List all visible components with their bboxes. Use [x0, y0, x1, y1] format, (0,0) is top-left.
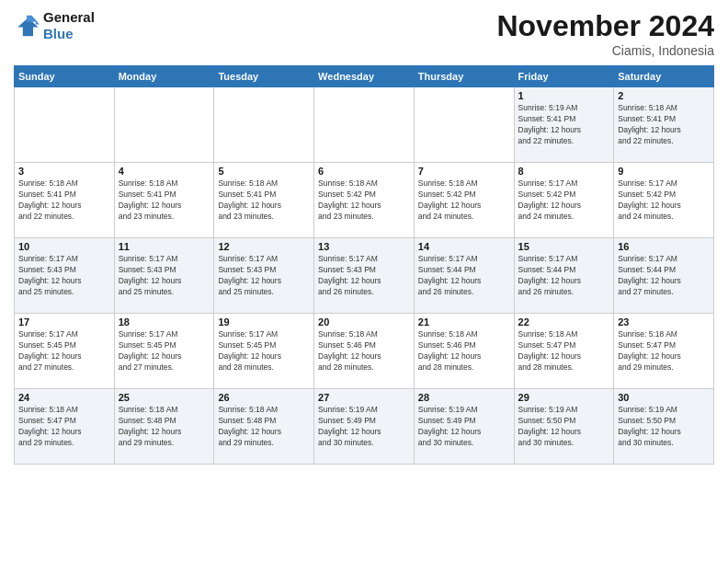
col-wednesday: Wednesday — [314, 66, 415, 87]
calendar-cell — [114, 87, 214, 163]
calendar-cell: 15Sunrise: 5:17 AMSunset: 5:44 PMDayligh… — [514, 238, 614, 314]
day-number: 7 — [418, 166, 510, 177]
calendar-cell: 13Sunrise: 5:17 AMSunset: 5:43 PMDayligh… — [314, 238, 415, 314]
calendar-cell: 25Sunrise: 5:18 AMSunset: 5:48 PMDayligh… — [114, 389, 214, 465]
day-number: 28 — [418, 392, 510, 403]
calendar-cell: 28Sunrise: 5:19 AMSunset: 5:49 PMDayligh… — [414, 389, 514, 465]
calendar-header: Sunday Monday Tuesday Wednesday Thursday… — [15, 66, 714, 87]
week-row-1: 1Sunrise: 5:19 AMSunset: 5:41 PMDaylight… — [15, 87, 714, 163]
day-info: Sunrise: 5:19 AMSunset: 5:41 PMDaylight:… — [518, 103, 610, 147]
day-info: Sunrise: 5:18 AMSunset: 5:41 PMDaylight:… — [618, 103, 710, 147]
subtitle: Ciamis, Indonesia — [496, 43, 714, 58]
day-info: Sunrise: 5:18 AMSunset: 5:41 PMDaylight:… — [18, 178, 110, 223]
day-number: 26 — [218, 392, 310, 403]
day-info: Sunrise: 5:18 AMSunset: 5:47 PMDaylight:… — [518, 329, 610, 373]
day-number: 3 — [18, 166, 110, 177]
day-info: Sunrise: 5:17 AMSunset: 5:43 PMDaylight:… — [119, 254, 210, 298]
title-block: November 2024 Ciamis, Indonesia — [496, 9, 714, 58]
day-info: Sunrise: 5:19 AMSunset: 5:50 PMDaylight:… — [518, 405, 610, 449]
day-number: 19 — [218, 316, 310, 327]
logo-icon — [14, 13, 40, 39]
day-number: 4 — [119, 166, 210, 177]
calendar-cell: 9Sunrise: 5:17 AMSunset: 5:42 PMDaylight… — [614, 163, 714, 238]
day-info: Sunrise: 5:17 AMSunset: 5:44 PMDaylight:… — [418, 254, 510, 298]
day-info: Sunrise: 5:18 AMSunset: 5:46 PMDaylight:… — [418, 329, 510, 373]
col-tuesday: Tuesday — [214, 66, 314, 87]
calendar-cell: 12Sunrise: 5:17 AMSunset: 5:43 PMDayligh… — [214, 238, 314, 314]
month-title: November 2024 — [496, 9, 714, 43]
calendar-cell — [214, 87, 314, 163]
calendar-cell — [414, 87, 514, 163]
day-info: Sunrise: 5:17 AMSunset: 5:45 PMDaylight:… — [218, 329, 310, 373]
day-number: 2 — [618, 90, 710, 101]
week-row-3: 10Sunrise: 5:17 AMSunset: 5:43 PMDayligh… — [15, 238, 714, 314]
day-number: 16 — [618, 241, 710, 252]
calendar-cell: 20Sunrise: 5:18 AMSunset: 5:46 PMDayligh… — [314, 314, 415, 389]
day-number: 20 — [318, 316, 410, 327]
day-number: 10 — [18, 241, 110, 252]
day-info: Sunrise: 5:17 AMSunset: 5:45 PMDaylight:… — [18, 329, 110, 373]
calendar-cell: 14Sunrise: 5:17 AMSunset: 5:44 PMDayligh… — [414, 238, 514, 314]
day-info: Sunrise: 5:17 AMSunset: 5:43 PMDaylight:… — [18, 254, 110, 298]
day-number: 18 — [119, 316, 210, 327]
col-monday: Monday — [114, 66, 214, 87]
calendar-cell: 6Sunrise: 5:18 AMSunset: 5:42 PMDaylight… — [314, 163, 415, 238]
calendar-cell: 4Sunrise: 5:18 AMSunset: 5:41 PMDaylight… — [114, 163, 214, 238]
calendar-cell: 23Sunrise: 5:18 AMSunset: 5:47 PMDayligh… — [614, 314, 714, 389]
day-number: 23 — [618, 316, 710, 327]
week-row-2: 3Sunrise: 5:18 AMSunset: 5:41 PMDaylight… — [15, 163, 714, 238]
day-number: 21 — [418, 316, 510, 327]
calendar-cell: 24Sunrise: 5:18 AMSunset: 5:47 PMDayligh… — [15, 389, 115, 465]
header: General Blue November 2024 Ciamis, Indon… — [14, 9, 714, 58]
day-info: Sunrise: 5:18 AMSunset: 5:47 PMDaylight:… — [18, 405, 110, 449]
day-number: 30 — [618, 392, 710, 403]
day-info: Sunrise: 5:19 AMSunset: 5:49 PMDaylight:… — [418, 405, 510, 449]
calendar-cell: 16Sunrise: 5:17 AMSunset: 5:44 PMDayligh… — [614, 238, 714, 314]
calendar-cell: 30Sunrise: 5:19 AMSunset: 5:50 PMDayligh… — [614, 389, 714, 465]
day-info: Sunrise: 5:17 AMSunset: 5:43 PMDaylight:… — [318, 254, 410, 298]
calendar-body: 1Sunrise: 5:19 AMSunset: 5:41 PMDaylight… — [15, 87, 714, 465]
day-number: 12 — [218, 241, 310, 252]
day-info: Sunrise: 5:18 AMSunset: 5:41 PMDaylight:… — [119, 178, 210, 223]
day-number: 8 — [518, 166, 610, 177]
col-friday: Friday — [514, 66, 614, 87]
day-number: 6 — [318, 166, 410, 177]
day-number: 17 — [18, 316, 110, 327]
day-number: 24 — [18, 392, 110, 403]
day-info: Sunrise: 5:18 AMSunset: 5:42 PMDaylight:… — [418, 178, 510, 223]
day-number: 22 — [518, 316, 610, 327]
calendar-cell: 29Sunrise: 5:19 AMSunset: 5:50 PMDayligh… — [514, 389, 614, 465]
calendar-cell: 26Sunrise: 5:18 AMSunset: 5:48 PMDayligh… — [214, 389, 314, 465]
day-info: Sunrise: 5:18 AMSunset: 5:48 PMDaylight:… — [218, 405, 310, 449]
calendar-cell: 17Sunrise: 5:17 AMSunset: 5:45 PMDayligh… — [15, 314, 115, 389]
day-info: Sunrise: 5:17 AMSunset: 5:42 PMDaylight:… — [518, 178, 610, 223]
day-info: Sunrise: 5:17 AMSunset: 5:44 PMDaylight:… — [618, 254, 710, 298]
day-number: 1 — [518, 90, 610, 101]
day-info: Sunrise: 5:18 AMSunset: 5:41 PMDaylight:… — [218, 178, 310, 223]
day-number: 11 — [119, 241, 210, 252]
day-number: 25 — [119, 392, 210, 403]
calendar-table: Sunday Monday Tuesday Wednesday Thursday… — [14, 65, 714, 465]
logo-text: General Blue — [43, 9, 95, 42]
calendar-cell — [314, 87, 415, 163]
day-info: Sunrise: 5:18 AMSunset: 5:46 PMDaylight:… — [318, 329, 410, 373]
day-info: Sunrise: 5:19 AMSunset: 5:50 PMDaylight:… — [618, 405, 710, 449]
calendar-cell: 5Sunrise: 5:18 AMSunset: 5:41 PMDaylight… — [214, 163, 314, 238]
day-number: 13 — [318, 241, 410, 252]
calendar-cell: 22Sunrise: 5:18 AMSunset: 5:47 PMDayligh… — [514, 314, 614, 389]
calendar-cell: 18Sunrise: 5:17 AMSunset: 5:45 PMDayligh… — [114, 314, 214, 389]
day-number: 5 — [218, 166, 310, 177]
day-info: Sunrise: 5:17 AMSunset: 5:45 PMDaylight:… — [119, 329, 210, 373]
col-sunday: Sunday — [15, 66, 115, 87]
day-number: 9 — [618, 166, 710, 177]
day-info: Sunrise: 5:18 AMSunset: 5:42 PMDaylight:… — [318, 178, 410, 223]
col-saturday: Saturday — [614, 66, 714, 87]
calendar-cell: 2Sunrise: 5:18 AMSunset: 5:41 PMDaylight… — [614, 87, 714, 163]
calendar-cell: 3Sunrise: 5:18 AMSunset: 5:41 PMDaylight… — [15, 163, 115, 238]
calendar-cell: 7Sunrise: 5:18 AMSunset: 5:42 PMDaylight… — [414, 163, 514, 238]
calendar-cell: 27Sunrise: 5:19 AMSunset: 5:49 PMDayligh… — [314, 389, 415, 465]
day-info: Sunrise: 5:17 AMSunset: 5:43 PMDaylight:… — [218, 254, 310, 298]
page-container: General Blue November 2024 Ciamis, Indon… — [0, 0, 728, 474]
day-info: Sunrise: 5:18 AMSunset: 5:47 PMDaylight:… — [618, 329, 710, 373]
col-thursday: Thursday — [414, 66, 514, 87]
